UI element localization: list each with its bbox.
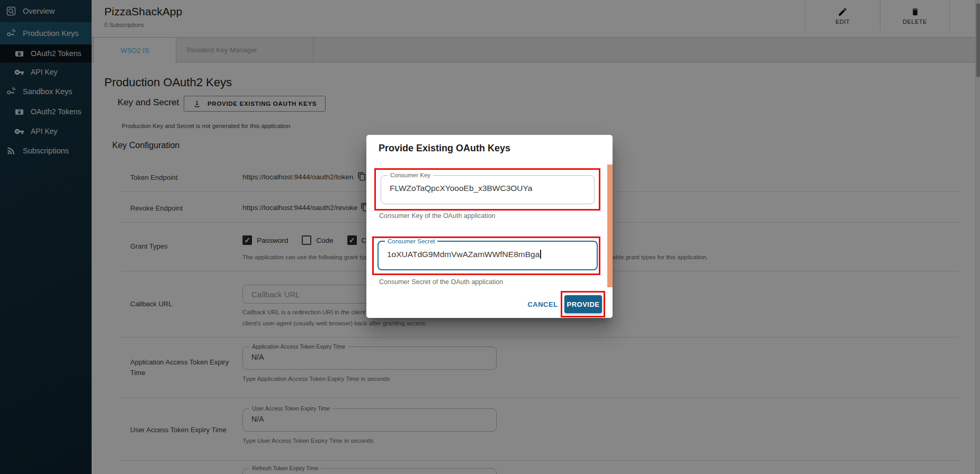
consumer-key-value: FLWZoTaQpcXYoooEb_x3BWC3OUYa: [390, 184, 532, 193]
consumer-secret-value: 1oXUATdG9MdmVwAZamWWfNE8mBga: [387, 250, 541, 259]
consumer-key-label: Consumer Key: [388, 172, 433, 178]
consumer-secret-helper: Consumer Secret of the OAuth application: [379, 278, 503, 286]
consumer-key-helper: Consumer Key of the OAuth application: [379, 212, 496, 220]
provide-button[interactable]: PROVIDE: [564, 295, 602, 313]
consumer-key-input[interactable]: Consumer Key FLWZoTaQpcXYoooEb_x3BWC3OUY…: [381, 175, 595, 204]
cancel-button[interactable]: CANCEL: [523, 296, 563, 312]
provide-oauth-keys-dialog: Provide Existing OAuth Keys Consumer Key…: [366, 135, 613, 318]
app-root: Overview Production Keys OAuth2 Tokens: [0, 0, 980, 474]
consumer-secret-input[interactable]: Consumer Secret 1oXUATdG9MdmVwAZamWWfNE8…: [377, 241, 598, 270]
consumer-secret-label: Consumer Secret: [385, 238, 437, 244]
text-caret: [540, 250, 541, 259]
dialog-title: Provide Existing OAuth Keys: [379, 143, 510, 154]
